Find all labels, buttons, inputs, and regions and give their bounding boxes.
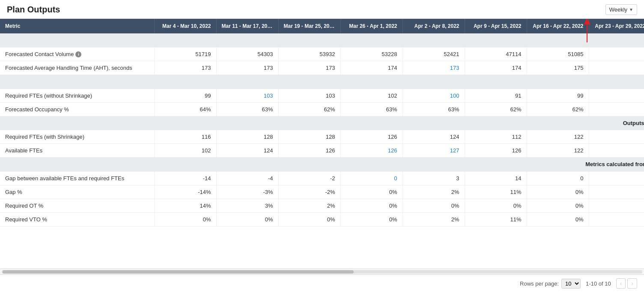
col-header-mar4: Mar 4 - Mar 10, 2022 [154, 19, 216, 33]
col-header-mar26: Mar 26 - Apr 1, 2022 [340, 19, 402, 33]
pagination-info: 1-10 of 10 [586, 280, 611, 287]
chevron-down-icon: ▼ [629, 7, 633, 12]
header-row: Plan Outputs Weekly ▼ [0, 0, 644, 18]
data-cell: 53228 [340, 47, 402, 61]
rows-per-page-label: Rows per page: [520, 280, 559, 287]
metric-cell-gap-ftes: Gap between available FTEs and required … [0, 171, 154, 185]
plan-outputs-table: Metric Mar 4 - Mar 10, 2022 Mar 11 - Mar… [0, 19, 644, 226]
table-row: Forecasted Occupancy %64%63%62%63%63%62%… [0, 102, 644, 116]
data-cell: 11% [465, 212, 527, 226]
data-cell: 174 [340, 61, 402, 75]
col-header-mar11: Mar 11 - Mar 17, 2022 [216, 19, 278, 33]
data-cell [589, 199, 644, 212]
data-cell: 122 [527, 130, 589, 144]
data-cell: 0% [154, 212, 216, 226]
col-header-apr9: Apr 9 - Apr 15, 2022 [465, 19, 527, 33]
section-header-outputs-additional: Outputs with additional inputi [0, 116, 644, 130]
table-row: Required OT %14%3%2%0%0%0%0%0% [0, 199, 644, 212]
table-row: Forecasted Contact Volumei51719543035393… [0, 47, 644, 61]
data-cell: 14 [465, 171, 527, 185]
data-cell [589, 47, 644, 61]
table-row: Required FTEs (with Shrinkage)1161281281… [0, 130, 644, 144]
data-cell: -2 [278, 171, 340, 185]
scrollbar-thumb[interactable] [3, 270, 354, 274]
column-header-row: Metric Mar 4 - Mar 10, 2022 Mar 11 - Mar… [0, 19, 644, 33]
footer-row: Rows per page: 10 5 25 50 1-10 of 10 ‹ › [0, 274, 644, 292]
data-cell: 0% [527, 199, 589, 212]
table-row: Gap %-14%-3%-2%0%2%11%0%3% [0, 185, 644, 199]
data-cell: 100 [402, 89, 465, 102]
table-row: Required FTEs (without Shrinkage)9910310… [0, 89, 644, 102]
section-header-outputs: Outputsi [0, 75, 644, 89]
metric-cell-available-ftes: Available FTEs [0, 144, 154, 158]
data-cell: 54303 [216, 47, 278, 61]
page-title: Plan Outputs [7, 5, 60, 15]
data-cell: 103 [216, 89, 278, 102]
data-cell [589, 130, 644, 144]
data-cell: 11% [465, 185, 527, 199]
table-row: Available FTEs102124126126127126122127 [0, 144, 644, 158]
data-cell: 175 [527, 61, 589, 75]
data-cell: 173 [154, 61, 216, 75]
metric-cell-forecasted-aht: Forecasted Average Handling Time (AHT), … [0, 61, 154, 75]
data-cell: 64% [154, 102, 216, 116]
prev-page-button[interactable]: ‹ [616, 278, 626, 289]
data-cell: 0% [465, 199, 527, 212]
data-cell: 124 [216, 144, 278, 158]
data-cell: 174 [465, 61, 527, 75]
data-cell: -3% [216, 185, 278, 199]
frequency-dropdown[interactable]: Weekly ▼ [605, 4, 637, 15]
data-cell: 122 [527, 144, 589, 158]
data-cell: 173 [402, 61, 465, 75]
data-cell: 0% [527, 185, 589, 199]
frequency-label: Weekly [609, 6, 627, 13]
data-cell: 62% [465, 102, 527, 116]
metric-cell-gap-pct: Gap % [0, 185, 154, 199]
col-header-apr16: Apr 16 - Apr 22, 2022 [527, 19, 589, 33]
section-header-metrics-calculated: Metrics calculated from available FTE in… [0, 158, 644, 172]
rows-per-page-select[interactable]: 10 5 25 50 [561, 279, 581, 289]
data-cell: 62% [527, 102, 589, 116]
table-row: Forecasted Average Handling Time (AHT), … [0, 61, 644, 75]
data-cell: 126 [340, 130, 402, 144]
data-cell: 0% [216, 212, 278, 226]
page-container: Plan Outputs Weekly ▼ [0, 0, 644, 292]
data-cell: 91 [465, 89, 527, 102]
data-cell: 3% [216, 199, 278, 212]
data-cell: 116 [154, 130, 216, 144]
data-cell: 0% [340, 199, 402, 212]
data-cell: 62% [278, 102, 340, 116]
horizontal-scrollbar[interactable] [0, 268, 644, 274]
data-cell: 51719 [154, 47, 216, 61]
data-cell [589, 171, 644, 185]
data-cell: 0% [340, 185, 402, 199]
metric-cell-required-ftes-no-shrinkage: Required FTEs (without Shrinkage) [0, 89, 154, 102]
data-cell: 2% [402, 212, 465, 226]
data-cell: 0% [340, 212, 402, 226]
data-cell [589, 102, 644, 116]
data-cell: 112 [465, 130, 527, 144]
col-header-metric: Metric [0, 19, 154, 33]
data-cell: 2% [402, 185, 465, 199]
data-cell: 47114 [465, 47, 527, 61]
data-cell: 127 [402, 144, 465, 158]
data-cell: 14% [154, 199, 216, 212]
data-cell: 99 [527, 89, 589, 102]
data-cell: 0 [340, 171, 402, 185]
data-cell: 173 [278, 61, 340, 75]
data-cell: 0% [278, 212, 340, 226]
data-cell: 63% [340, 102, 402, 116]
next-page-button[interactable]: › [627, 278, 637, 289]
data-cell: 52421 [402, 47, 465, 61]
metric-cell-required-ftes-with-shrinkage: Required FTEs (with Shrinkage) [0, 130, 154, 144]
col-header-apr2: Apr 2 - Apr 8, 2022 [402, 19, 465, 33]
data-cell: 102 [340, 89, 402, 102]
data-cell [589, 185, 644, 199]
col-header-mar19: Mar 19 - Mar 25, 2022 [278, 19, 340, 33]
data-cell [589, 89, 644, 102]
data-cell: 128 [278, 130, 340, 144]
data-cell: 126 [465, 144, 527, 158]
data-cell: 63% [402, 102, 465, 116]
info-icon-forecasted-contact-volume[interactable]: i [75, 51, 81, 57]
data-cell: 0% [402, 199, 465, 212]
